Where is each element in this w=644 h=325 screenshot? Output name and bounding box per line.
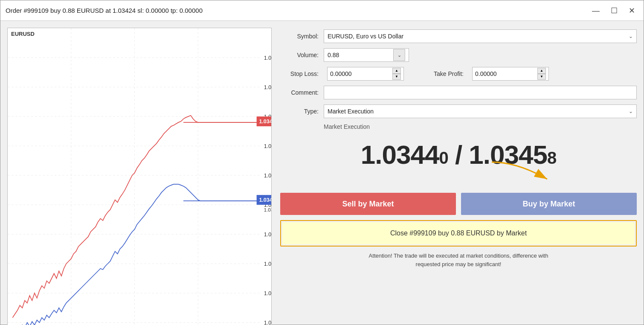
stop-loss-row: Stop Loss: 0.00000 ▲ ▼ Take Profit: 0.00… — [280, 67, 637, 81]
svg-text:1.03435: 1.03435 — [264, 232, 271, 238]
comment-row: Comment: — [280, 86, 637, 99]
comment-label: Comment: — [280, 89, 319, 96]
take-profit-value: 0.00000 — [475, 70, 537, 77]
svg-text:1.03423: 1.03423 — [264, 320, 271, 325]
stop-loss-spinner: ▲ ▼ — [392, 68, 401, 80]
stop-loss-up-button[interactable]: ▲ — [392, 68, 401, 74]
take-profit-down-button[interactable]: ▼ — [537, 74, 546, 80]
arrow-icon — [483, 158, 569, 183]
svg-text:1.03435: 1.03435 — [264, 207, 271, 212]
chart-area: EURUSD — [7, 28, 272, 325]
volume-label: Volume: — [280, 52, 319, 58]
type-value: Market Execution — [328, 108, 629, 115]
take-profit-label: Take Profit: — [412, 70, 464, 77]
stop-loss-value: 0.00000 — [330, 70, 392, 77]
symbol-row: Symbol: EURUSD, Euro vs US Dollar ⌄ — [280, 29, 637, 43]
price-display: 1.03440 / 1.03458 — [280, 135, 637, 174]
type-row: Type: Market Execution ⌄ — [280, 104, 637, 118]
svg-text:1.03427: 1.03427 — [264, 290, 271, 296]
arrow-container — [280, 179, 637, 188]
type-select[interactable]: Market Execution ⌄ — [324, 104, 637, 118]
right-panel: Symbol: EURUSD, Euro vs US Dollar ⌄ Volu… — [280, 28, 637, 325]
take-profit-input[interactable]: 0.00000 ▲ ▼ — [472, 67, 549, 81]
type-chevron-icon: ⌄ — [629, 108, 633, 114]
symbol-select[interactable]: EURUSD, Euro vs US Dollar ⌄ — [324, 29, 637, 43]
svg-text:1.03443: 1.03443 — [264, 173, 271, 179]
svg-text:1.03431: 1.03431 — [264, 261, 271, 267]
minimize-button[interactable]: — — [589, 6, 603, 15]
window-title: Order #999109 buy 0.88 EURUSD at 1.03424… — [6, 7, 203, 14]
svg-text:1.03440: 1.03440 — [259, 197, 271, 203]
price-chart: 1.03459 1.03455 1.03451 1.03447 1.03443 … — [8, 28, 271, 325]
close-button-wrapper: Close #999109 buy 0.88 EURUSD by Market — [280, 220, 637, 247]
volume-dropdown-button[interactable]: ⌄ — [393, 49, 405, 61]
price-separator: / — [455, 140, 469, 169]
type-label: Type: — [280, 108, 319, 115]
svg-text:1.03458: 1.03458 — [259, 119, 271, 125]
main-window: Order #999109 buy 0.88 EURUSD at 1.03424… — [0, 0, 644, 325]
main-content: EURUSD — [0, 21, 644, 325]
bid-small-digit: 0 — [439, 148, 448, 167]
window-controls: — ☐ ✕ — [589, 6, 638, 15]
bid-price: 1.03440 — [361, 140, 448, 169]
take-profit-spinner: ▲ ▼ — [537, 68, 546, 80]
volume-input[interactable]: 0.88 ⌄ — [324, 48, 409, 62]
title-bar: Order #999109 buy 0.88 EURUSD at 1.03424… — [0, 0, 644, 21]
sell-by-market-button[interactable]: Sell by Market — [280, 193, 456, 215]
market-execution-label: Market Execution — [280, 123, 637, 130]
svg-text:1.03447: 1.03447 — [264, 143, 271, 149]
symbol-label: Symbol: — [280, 33, 319, 40]
comment-input[interactable] — [324, 86, 637, 99]
svg-text:1.03459: 1.03459 — [264, 55, 271, 61]
stop-loss-label: Stop Loss: — [280, 70, 319, 77]
attention-text: Attention! The trade will be executed at… — [280, 252, 637, 268]
close-button[interactable]: ✕ — [625, 6, 638, 15]
maximize-button[interactable]: ☐ — [607, 6, 621, 15]
symbol-chevron-icon: ⌄ — [629, 33, 633, 39]
stop-loss-down-button[interactable]: ▼ — [392, 74, 401, 80]
buy-by-market-button[interactable]: Buy by Market — [461, 193, 637, 215]
volume-value: 0.88 — [328, 52, 391, 58]
svg-text:1.03455: 1.03455 — [264, 84, 271, 90]
symbol-value: EURUSD, Euro vs US Dollar — [328, 33, 629, 40]
take-profit-up-button[interactable]: ▲ — [537, 68, 546, 74]
chart-symbol-label: EURUSD — [11, 31, 35, 37]
volume-row: Volume: 0.88 ⌄ — [280, 48, 637, 62]
attention-message: Attention! The trade will be executed at… — [369, 252, 548, 267]
action-buttons: Sell by Market Buy by Market — [280, 193, 637, 215]
stop-loss-input[interactable]: 0.00000 ▲ ▼ — [327, 67, 404, 81]
close-order-button[interactable]: Close #999109 buy 0.88 EURUSD by Market — [282, 222, 635, 244]
